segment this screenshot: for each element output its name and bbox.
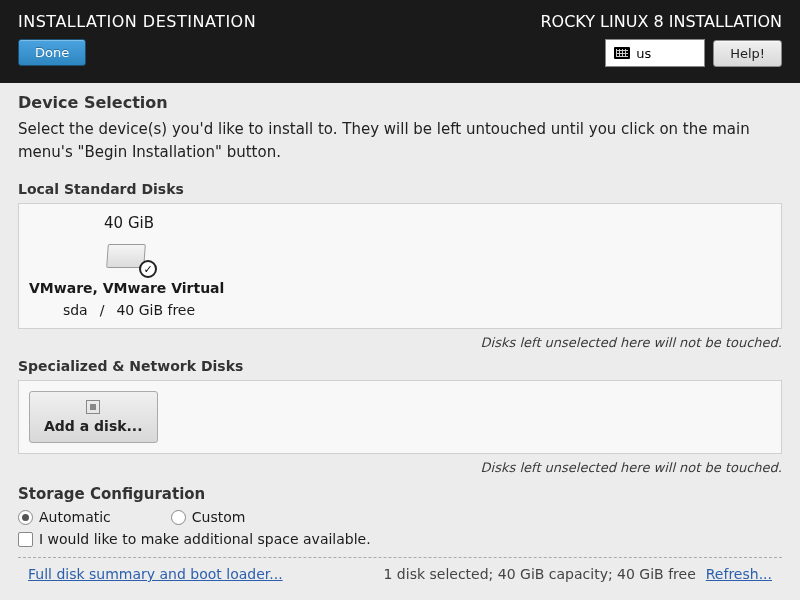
radio-icon bbox=[18, 510, 33, 525]
add-disk-label: Add a disk... bbox=[44, 418, 143, 434]
disk-size: 40 GiB bbox=[104, 214, 154, 232]
add-disk-button[interactable]: Add a disk... bbox=[29, 391, 158, 443]
radio-automatic[interactable]: Automatic bbox=[18, 509, 111, 525]
network-disks-hint: Disks left unselected here will not be t… bbox=[18, 460, 782, 475]
radio-custom[interactable]: Custom bbox=[171, 509, 246, 525]
keyboard-layout-indicator[interactable]: us bbox=[605, 39, 705, 67]
keyboard-icon bbox=[614, 47, 630, 59]
page-title: INSTALLATION DESTINATION bbox=[18, 12, 256, 31]
network-disks-title: Specialized & Network Disks bbox=[18, 358, 782, 374]
disk-status-text: 1 disk selected; 40 GiB capacity; 40 GiB… bbox=[384, 566, 696, 582]
divider bbox=[18, 557, 782, 558]
storage-config-title: Storage Configuration bbox=[18, 485, 782, 503]
disk-item[interactable]: 40 GiB VMware, VMware Virtual S sda / 40… bbox=[29, 214, 229, 318]
check-circle-icon bbox=[139, 260, 157, 278]
help-button[interactable]: Help! bbox=[713, 40, 782, 67]
checkbox-icon bbox=[18, 532, 33, 547]
radio-automatic-label: Automatic bbox=[39, 509, 111, 525]
product-title: ROCKY LINUX 8 INSTALLATION bbox=[540, 12, 782, 31]
header-bar: INSTALLATION DESTINATION Done ROCKY LINU… bbox=[0, 0, 800, 83]
disk-dev: sda bbox=[63, 302, 88, 318]
checkbox-additional-space-label: I would like to make additional space av… bbox=[39, 531, 371, 547]
local-disks-box: 40 GiB VMware, VMware Virtual S sda / 40… bbox=[18, 203, 782, 329]
disk-name: VMware, VMware Virtual S bbox=[29, 280, 229, 296]
device-selection-title: Device Selection bbox=[18, 93, 782, 112]
radio-icon bbox=[171, 510, 186, 525]
local-disks-title: Local Standard Disks bbox=[18, 181, 782, 197]
checkbox-additional-space[interactable]: I would like to make additional space av… bbox=[18, 531, 782, 547]
disk-sep: / bbox=[100, 302, 105, 318]
disk-meta: sda / 40 GiB free bbox=[63, 302, 195, 318]
network-disks-box: Add a disk... bbox=[18, 380, 782, 454]
radio-custom-label: Custom bbox=[192, 509, 246, 525]
disk-free: 40 GiB free bbox=[116, 302, 195, 318]
local-disks-hint: Disks left unselected here will not be t… bbox=[18, 335, 782, 350]
keyboard-layout-label: us bbox=[636, 46, 651, 61]
done-button[interactable]: Done bbox=[18, 39, 86, 66]
device-selection-desc: Select the device(s) you'd like to insta… bbox=[18, 118, 782, 163]
refresh-link[interactable]: Refresh... bbox=[706, 566, 772, 582]
add-disk-icon bbox=[86, 400, 100, 414]
disk-icon-wrap bbox=[105, 238, 153, 274]
full-disk-summary-link[interactable]: Full disk summary and boot loader... bbox=[28, 566, 283, 582]
